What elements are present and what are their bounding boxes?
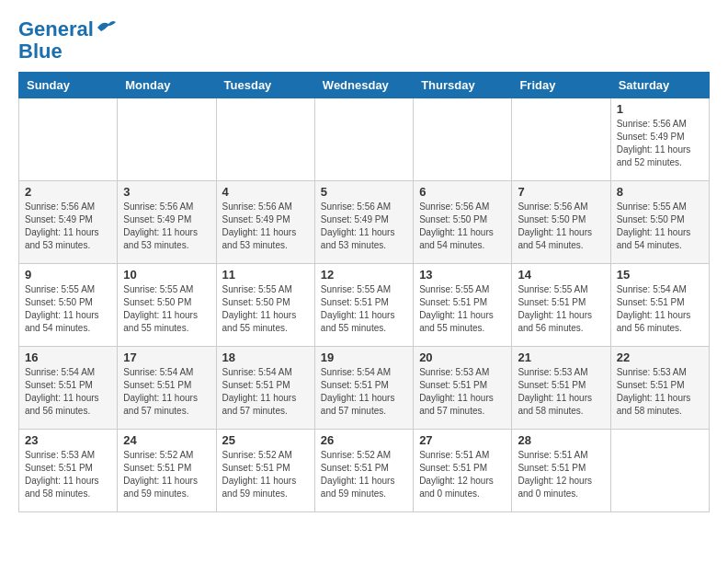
day-info: Daylight: 11 hours: [222, 226, 309, 239]
day-number: 14: [518, 268, 604, 282]
day-info: Daylight: 11 hours: [123, 392, 210, 405]
day-info: Sunset: 5:51 PM: [25, 379, 111, 392]
day-info: Sunset: 5:51 PM: [419, 296, 506, 309]
day-info: Sunrise: 5:55 AM: [518, 283, 604, 296]
day-info: Sunset: 5:51 PM: [123, 379, 210, 392]
calendar-cell: 6Sunrise: 5:56 AMSunset: 5:50 PMDaylight…: [414, 181, 512, 264]
weekday-header-wednesday: Wednesday: [314, 73, 413, 98]
calendar-cell: 18Sunrise: 5:54 AMSunset: 5:51 PMDayligh…: [216, 347, 314, 430]
day-info: Daylight: 11 hours: [617, 392, 703, 405]
logo-general: General: [18, 17, 94, 40]
day-info: Sunset: 5:51 PM: [321, 379, 407, 392]
day-info: Sunrise: 5:53 AM: [518, 366, 604, 379]
day-info: Daylight: 11 hours: [123, 309, 210, 322]
day-info: Daylight: 11 hours: [25, 226, 111, 239]
day-info: Daylight: 11 hours: [617, 226, 703, 239]
day-number: 27: [419, 433, 506, 447]
day-info: and 56 minutes.: [617, 322, 703, 335]
calendar-cell: 9Sunrise: 5:55 AMSunset: 5:50 PMDaylight…: [19, 264, 118, 347]
day-info: Daylight: 11 hours: [222, 475, 309, 488]
day-info: Sunrise: 5:55 AM: [419, 283, 506, 296]
day-number: 3: [123, 185, 210, 199]
day-info: and 53 minutes.: [25, 239, 111, 252]
weekday-header-tuesday: Tuesday: [216, 73, 314, 98]
day-info: and 53 minutes.: [321, 239, 407, 252]
day-info: Sunset: 5:49 PM: [123, 213, 210, 226]
day-info: Sunset: 5:50 PM: [617, 213, 703, 226]
day-info: and 53 minutes.: [222, 239, 309, 252]
day-info: Daylight: 11 hours: [419, 392, 506, 405]
day-info: Sunset: 5:50 PM: [123, 296, 210, 309]
day-info: Daylight: 11 hours: [25, 475, 111, 488]
day-info: Sunrise: 5:56 AM: [25, 201, 111, 213]
day-info: Sunrise: 5:56 AM: [123, 201, 210, 213]
day-info: Sunset: 5:51 PM: [617, 379, 703, 392]
calendar-cell: 19Sunrise: 5:54 AMSunset: 5:51 PMDayligh…: [314, 347, 413, 430]
day-info: and 0 minutes.: [518, 488, 604, 500]
calendar-cell: 17Sunrise: 5:54 AMSunset: 5:51 PMDayligh…: [118, 347, 216, 430]
calendar-cell: 4Sunrise: 5:56 AMSunset: 5:49 PMDaylight…: [216, 181, 314, 264]
day-info: Sunset: 5:50 PM: [25, 296, 111, 309]
page-header: General Blue: [18, 18, 710, 63]
day-number: 24: [123, 433, 210, 447]
day-number: 21: [518, 350, 604, 364]
day-info: Sunset: 5:51 PM: [25, 462, 111, 475]
calendar-week-row: 16Sunrise: 5:54 AMSunset: 5:51 PMDayligh…: [19, 347, 710, 430]
calendar-table: SundayMondayTuesdayWednesdayThursdayFrid…: [18, 72, 710, 512]
day-number: 7: [518, 185, 604, 199]
day-info: Sunset: 5:51 PM: [518, 462, 604, 475]
day-info: Sunrise: 5:54 AM: [123, 366, 210, 379]
day-info: and 55 minutes.: [321, 322, 407, 335]
day-number: 19: [321, 350, 407, 364]
day-info: and 57 minutes.: [123, 405, 210, 418]
day-number: 4: [222, 185, 309, 199]
day-info: and 56 minutes.: [25, 405, 111, 418]
day-info: and 55 minutes.: [419, 322, 506, 335]
day-info: Sunrise: 5:56 AM: [419, 201, 506, 213]
day-number: 20: [419, 350, 506, 364]
day-number: 17: [123, 350, 210, 364]
day-info: and 58 minutes.: [617, 405, 703, 418]
calendar-cell: 5Sunrise: 5:56 AMSunset: 5:49 PMDaylight…: [314, 181, 413, 264]
day-info: Sunset: 5:51 PM: [321, 462, 407, 475]
day-info: Sunrise: 5:55 AM: [222, 283, 309, 296]
day-info: Sunset: 5:51 PM: [419, 379, 506, 392]
day-info: Sunrise: 5:55 AM: [617, 201, 703, 213]
day-info: and 54 minutes.: [25, 322, 111, 335]
calendar-cell: 16Sunrise: 5:54 AMSunset: 5:51 PMDayligh…: [19, 347, 118, 430]
day-info: Sunrise: 5:53 AM: [25, 449, 111, 462]
calendar-cell: [610, 430, 709, 512]
day-info: Sunset: 5:49 PM: [25, 213, 111, 226]
day-info: Sunrise: 5:52 AM: [222, 449, 309, 462]
day-info: and 57 minutes.: [222, 405, 309, 418]
calendar-cell: 11Sunrise: 5:55 AMSunset: 5:50 PMDayligh…: [216, 264, 314, 347]
day-info: Sunset: 5:51 PM: [419, 462, 506, 475]
day-info: and 59 minutes.: [222, 488, 309, 500]
day-info: Daylight: 11 hours: [617, 309, 703, 322]
day-info: Daylight: 11 hours: [25, 309, 111, 322]
calendar-cell: 15Sunrise: 5:54 AMSunset: 5:51 PMDayligh…: [610, 264, 709, 347]
calendar-cell: 21Sunrise: 5:53 AMSunset: 5:51 PMDayligh…: [512, 347, 610, 430]
calendar-header-row: SundayMondayTuesdayWednesdayThursdayFrid…: [19, 73, 710, 98]
day-info: Daylight: 11 hours: [617, 144, 703, 156]
day-info: Sunrise: 5:52 AM: [123, 449, 210, 462]
day-number: 11: [222, 268, 309, 282]
day-info: Daylight: 11 hours: [419, 226, 506, 239]
calendar-cell: 8Sunrise: 5:55 AMSunset: 5:50 PMDaylight…: [610, 181, 709, 264]
day-number: 23: [25, 433, 111, 447]
day-info: Sunset: 5:50 PM: [222, 296, 309, 309]
day-info: Sunrise: 5:54 AM: [222, 366, 309, 379]
day-info: Sunset: 5:51 PM: [321, 296, 407, 309]
day-info: and 0 minutes.: [419, 488, 506, 500]
calendar-cell: 10Sunrise: 5:55 AMSunset: 5:50 PMDayligh…: [118, 264, 216, 347]
day-info: Daylight: 12 hours: [518, 475, 604, 488]
day-info: Sunrise: 5:54 AM: [617, 283, 703, 296]
day-info: Daylight: 11 hours: [321, 475, 407, 488]
day-info: Daylight: 11 hours: [222, 309, 309, 322]
day-info: Daylight: 11 hours: [321, 226, 407, 239]
day-info: Daylight: 11 hours: [321, 392, 407, 405]
day-info: Sunset: 5:50 PM: [419, 213, 506, 226]
day-info: Daylight: 11 hours: [222, 392, 309, 405]
calendar-cell: [216, 98, 314, 181]
day-number: 22: [617, 350, 703, 364]
